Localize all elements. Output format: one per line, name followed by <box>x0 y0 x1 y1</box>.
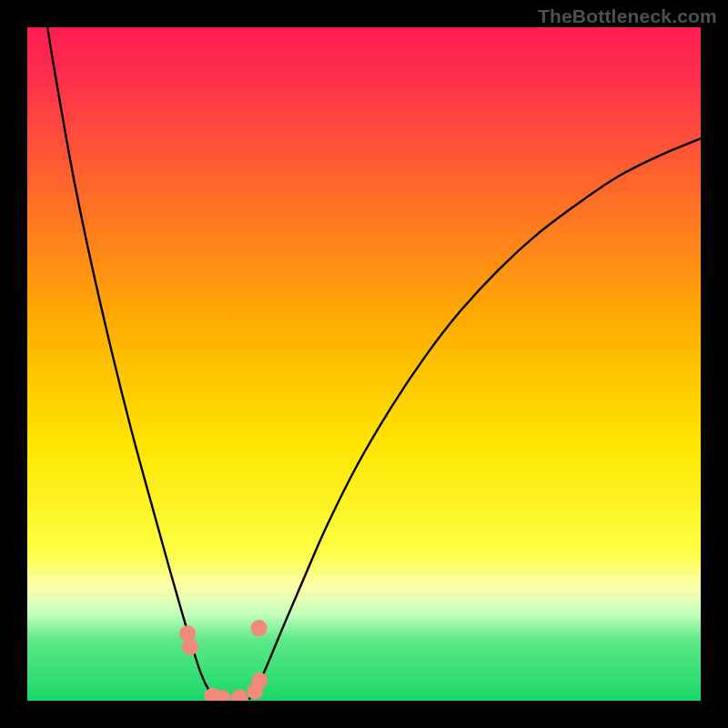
plot-area <box>27 27 701 701</box>
watermark-text: TheBottleneck.com <box>538 5 717 27</box>
gradient-background <box>27 27 701 701</box>
marker-point <box>251 672 268 689</box>
marker-point <box>182 639 198 655</box>
chart-svg <box>27 27 701 701</box>
marker-point <box>179 625 196 642</box>
chart-frame: TheBottleneck.com <box>0 0 728 728</box>
marker-point <box>251 620 268 636</box>
